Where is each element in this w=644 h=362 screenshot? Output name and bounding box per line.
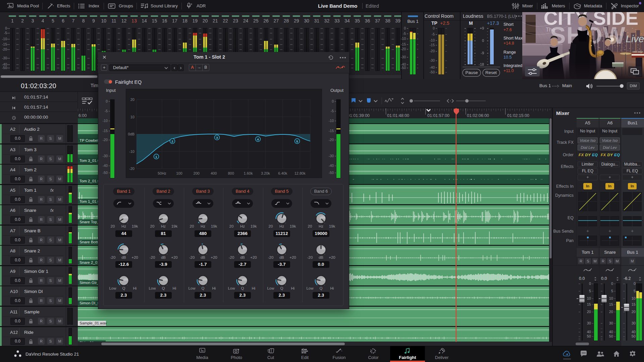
svg-text:Sample_01.wav: Sample_01.wav — [79, 321, 107, 325]
svg-text:-50: -50 — [329, 171, 334, 175]
svg-text:30: 30 — [304, 18, 309, 23]
svg-text:50: 50 — [609, 334, 613, 338]
svg-text:29: 29 — [294, 18, 299, 23]
svg-text:10: 10 — [632, 296, 636, 300]
svg-text:+11.0: +11.0 — [503, 68, 514, 73]
svg-text:7: 7 — [72, 18, 75, 23]
svg-text:50: 50 — [587, 334, 591, 338]
svg-text:-5: -5 — [432, 32, 435, 36]
svg-text:-15: -15 — [329, 129, 334, 133]
svg-text:3: 3 — [216, 136, 218, 139]
svg-text:-20: -20 — [430, 49, 435, 53]
svg-text:17: 17 — [172, 18, 177, 23]
svg-text:0: 0 — [106, 99, 108, 103]
svg-text:38: 38 — [385, 18, 390, 23]
svg-text:-10: -10 — [401, 37, 406, 41]
svg-text:-30: -30 — [401, 55, 406, 59]
svg-text:01:02:06:00: 01:02:06:00 — [467, 113, 489, 118]
svg-text:nord stage: nord stage — [633, 51, 643, 53]
svg-text:-20: -20 — [329, 138, 334, 142]
svg-text:0dB: 0dB — [128, 132, 135, 136]
svg-text:-50: -50 — [401, 66, 406, 70]
svg-text:100: 100 — [176, 171, 182, 175]
svg-text:30: 30 — [587, 321, 591, 325]
svg-text:15: 15 — [609, 302, 613, 306]
svg-text:Pause: Pause — [466, 70, 478, 75]
svg-text:20: 20 — [203, 18, 208, 23]
svg-text:-30: -30 — [329, 154, 334, 158]
svg-text:4: 4 — [42, 18, 44, 23]
svg-text:22: 22 — [223, 18, 228, 23]
svg-text:1: 1 — [155, 155, 157, 159]
svg-text:4: 4 — [257, 137, 259, 141]
svg-text:Short Max: Short Max — [503, 36, 522, 41]
svg-text:26: 26 — [263, 18, 269, 23]
svg-text:-5: -5 — [331, 109, 334, 113]
svg-text:20: 20 — [609, 310, 613, 314]
svg-text:-10: -10 — [329, 119, 334, 123]
svg-text:10.5: 10.5 — [503, 55, 512, 60]
svg-text:25: 25 — [253, 18, 259, 23]
svg-text:28: 28 — [284, 18, 289, 23]
svg-text:50Hz: 50Hz — [158, 171, 166, 175]
svg-text:5: 5 — [611, 289, 613, 293]
svg-text:Bus 1: Bus 1 — [407, 19, 418, 24]
svg-text:5: 5 — [589, 289, 591, 293]
svg-text:10: 10 — [101, 18, 106, 23]
svg-text:Loudness: Loudness — [463, 13, 483, 19]
svg-text:+9: +9 — [480, 26, 484, 30]
svg-text:40: 40 — [587, 330, 591, 334]
svg-text:34: 34 — [344, 18, 350, 23]
svg-text:Control Room: Control Room — [425, 13, 453, 19]
svg-text:50: 50 — [632, 334, 636, 338]
svg-text:19: 19 — [193, 18, 198, 23]
svg-text:-30: -30 — [430, 58, 435, 62]
svg-text:Integrated: Integrated — [503, 63, 522, 68]
svg-text:2: 2 — [21, 18, 24, 23]
svg-text:37: 37 — [375, 18, 380, 23]
svg-text:-40: -40 — [430, 65, 435, 69]
svg-text:6: 6 — [62, 18, 64, 23]
svg-text:16: 16 — [162, 18, 167, 23]
svg-text:11: 11 — [111, 18, 116, 23]
svg-text:32: 32 — [324, 18, 330, 23]
svg-text:3.20k: 3.20k — [261, 171, 270, 175]
svg-text:-50: -50 — [103, 171, 108, 175]
svg-text:10: 10 — [609, 296, 613, 300]
svg-text:30: 30 — [632, 321, 636, 325]
svg-text:TP: TP — [431, 20, 437, 26]
svg-text:24: 24 — [243, 18, 249, 23]
svg-text:12.80k: 12.80k — [294, 171, 306, 175]
svg-text:-50: -50 — [430, 70, 435, 74]
svg-text:12: 12 — [121, 18, 127, 23]
svg-text:-30: -30 — [103, 154, 108, 158]
svg-text:BS.1770-1 (LU): BS.1770-1 (LU) — [487, 14, 516, 19]
svg-text:01:01:48:00: 01:01:48:00 — [387, 113, 409, 118]
svg-text:30: 30 — [609, 321, 613, 325]
svg-text:1: 1 — [11, 18, 14, 23]
svg-text:13: 13 — [131, 18, 137, 23]
svg-text:15: 15 — [587, 302, 591, 306]
svg-text:3: 3 — [32, 18, 34, 23]
svg-text:800: 800 — [228, 171, 234, 175]
svg-text:0: 0 — [634, 282, 636, 286]
svg-text:6.40k: 6.40k — [278, 171, 287, 175]
svg-text:-18: -18 — [479, 62, 484, 66]
svg-text:20: 20 — [130, 98, 135, 102]
svg-text:9: 9 — [92, 18, 95, 23]
svg-text:1.60k: 1.60k — [244, 171, 253, 175]
svg-text:Range: Range — [503, 50, 516, 55]
svg-text:-20: -20 — [103, 138, 108, 142]
svg-text:2: 2 — [171, 139, 173, 143]
svg-text:01:01:39:00: 01:01:39:00 — [347, 113, 370, 118]
svg-text:0: 0 — [611, 282, 613, 286]
svg-text:400: 400 — [211, 171, 217, 175]
svg-text:-10: -10 — [103, 119, 108, 123]
svg-text:5: 5 — [634, 289, 636, 293]
svg-text:Short: Short — [503, 22, 514, 27]
svg-text:40: 40 — [632, 330, 636, 334]
svg-text:-20: -20 — [129, 167, 135, 171]
svg-text:Reset: Reset — [485, 70, 497, 75]
svg-text:-15: -15 — [103, 129, 108, 133]
svg-text:40: 40 — [609, 330, 613, 334]
